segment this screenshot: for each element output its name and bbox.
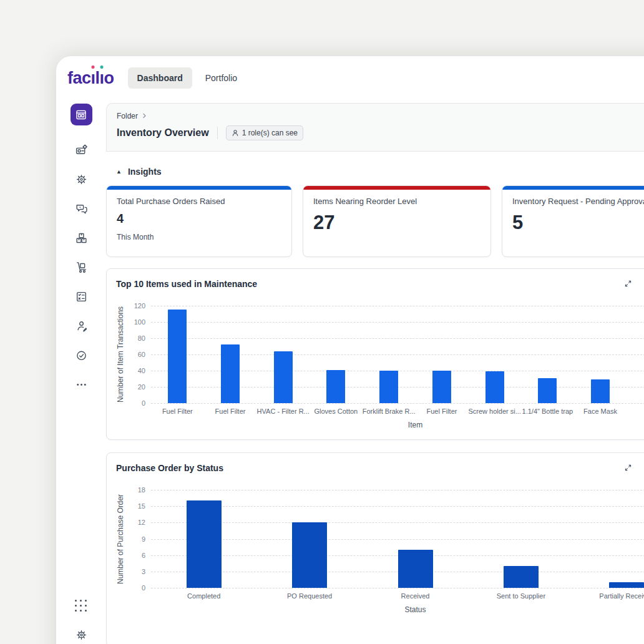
category-label: Completed (151, 592, 256, 600)
sidebar-item-procurement-trolley[interactable] (75, 261, 88, 274)
insight-card: Items Nearing Reorder Level27 (303, 185, 491, 257)
y-tick-label: 60 (138, 350, 145, 359)
card-accent-bar (303, 186, 490, 190)
gauge-icon (75, 349, 88, 362)
gridline (151, 403, 644, 404)
y-tick-label: 20 (138, 383, 145, 391)
card-value: 4 (117, 212, 281, 226)
bar (221, 344, 240, 403)
sidebar-item-vendor-person[interactable] (75, 320, 88, 333)
bar (379, 371, 398, 403)
category-label: 1.1/4" (627, 407, 644, 415)
breadcrumb: Folder (117, 112, 644, 120)
divider (217, 127, 218, 139)
card-label: Total Purchase Orders Raised (117, 197, 281, 206)
bar (504, 566, 539, 588)
page-title: Inventory Overview (117, 127, 209, 139)
tab-dashboard[interactable]: Dashboard (128, 67, 192, 89)
bar (432, 371, 451, 403)
chevron-right-icon (142, 112, 147, 120)
settings-gear-icon (75, 628, 88, 642)
y-tick-label: 0 (142, 399, 145, 407)
y-axis-ticks: 1815129630 (129, 490, 151, 588)
logo-i-dot (100, 66, 104, 69)
top-tabs: Dashboard Portfolio (128, 67, 246, 89)
bar (292, 522, 327, 588)
sidebar-item-inventory-boxes[interactable] (75, 232, 88, 245)
topbar: facılıo Dashboard Portfolio (56, 56, 644, 100)
tab-portfolio[interactable]: Portfolio (196, 67, 246, 89)
dashboard-icon (75, 109, 87, 121)
page-header: Folder Inventory Overview 1 role(s) can … (106, 103, 644, 152)
category-label: Fuel Filter (416, 407, 469, 415)
chart-panel-top-items: Top 10 Items used in Maintenance Number … (106, 268, 644, 440)
insight-card: Total Purchase Orders Raised4This Month (106, 185, 292, 257)
sidebar-item-more-ellipsis[interactable] (75, 378, 88, 391)
x-axis-category-labels: CompletedPO RequestedReceivedSent to Sup… (151, 592, 644, 600)
bar (609, 582, 644, 588)
bar (398, 550, 433, 588)
sidebar-item-settings-gear[interactable] (75, 628, 88, 642)
x-axis-label: Item (151, 421, 644, 429)
card-label: Items Nearing Reorder Level (313, 197, 481, 206)
bar (168, 310, 187, 403)
sidebar-item-asset[interactable] (75, 144, 88, 157)
chart-title: Top 10 Items used in Maintenance (116, 279, 644, 289)
bar (326, 370, 345, 403)
category-label: Gloves Cotton (310, 407, 363, 415)
asset-icon (75, 144, 88, 157)
insights-collapse-toggle[interactable]: ▲ Insights (116, 167, 644, 177)
expand-icon[interactable] (623, 463, 633, 473)
card-accent-bar (107, 186, 291, 190)
y-tick-label: 3 (142, 567, 145, 576)
insight-card: Inventory Request - Pending Approval5 (502, 185, 644, 257)
inventory-boxes-icon (75, 232, 88, 245)
chart-title: Purchase Order by Status (116, 463, 644, 473)
sidebar-item-gauge[interactable] (75, 349, 88, 362)
category-label: HVAC - Filter R... (256, 407, 310, 415)
y-tick-label: 6 (142, 551, 145, 560)
breadcrumb-folder[interactable]: Folder (117, 112, 138, 120)
sidebar-nav (56, 100, 106, 642)
sidebar-item-apps-grid[interactable] (75, 599, 88, 612)
y-axis-label: Number of Item Transactions (116, 306, 129, 403)
category-label: Fuel Filter (204, 407, 257, 415)
category-label: Forklift Brake R... (363, 407, 416, 415)
plot-area (151, 306, 644, 403)
y-tick-label: 18 (138, 485, 145, 494)
y-tick-label: 120 (134, 301, 145, 310)
sidebar-item-active-dashboard-icon[interactable] (71, 104, 92, 125)
category-label: Fuel Filter (151, 407, 204, 415)
sidebar-item-maintenance-gear[interactable] (75, 173, 88, 186)
bar (591, 379, 610, 403)
procurement-trolley-icon (75, 261, 88, 274)
app-window: facılıo Dashboard Portfolio Folder Inven… (56, 56, 644, 644)
category-label: Received (363, 592, 468, 600)
y-tick-label: 0 (142, 583, 145, 592)
y-axis-ticks: 120100806040200 (129, 306, 151, 403)
category-label: Face Mask (574, 407, 627, 415)
facilio-logo: facılıo (67, 70, 114, 87)
checklist-icon (75, 290, 88, 303)
insight-cards-row: Total Purchase Orders Raised4This MonthI… (106, 185, 644, 257)
gridline (151, 588, 644, 588)
vendor-person-icon (75, 320, 88, 333)
x-axis-label: Status (151, 605, 644, 614)
apps-grid-icon (75, 600, 87, 612)
y-tick-label: 9 (142, 535, 145, 544)
category-label: Screw holder si... (468, 407, 521, 415)
y-tick-label: 80 (138, 334, 145, 343)
card-label: Inventory Request - Pending Approval (512, 197, 644, 206)
logo-i-dot (92, 66, 95, 69)
category-label: Partially Received (574, 592, 644, 600)
card-accent-bar (502, 186, 644, 190)
plot-area (151, 490, 644, 588)
chart-panel-po-status: Purchase Order by Status Number of Purch… (106, 452, 644, 644)
roles-visibility-badge[interactable]: 1 role(s) can see (226, 125, 303, 140)
sidebar-item-checklist[interactable] (75, 290, 88, 303)
expand-icon[interactable] (623, 279, 633, 289)
sidebar-item-requests-chat[interactable] (75, 202, 88, 215)
bar-chart: Number of Purchase Order1815129630Comple… (116, 490, 644, 614)
category-label: 1.1/4" Bottle trap (521, 407, 574, 415)
category-label: PO Requested (256, 592, 362, 600)
